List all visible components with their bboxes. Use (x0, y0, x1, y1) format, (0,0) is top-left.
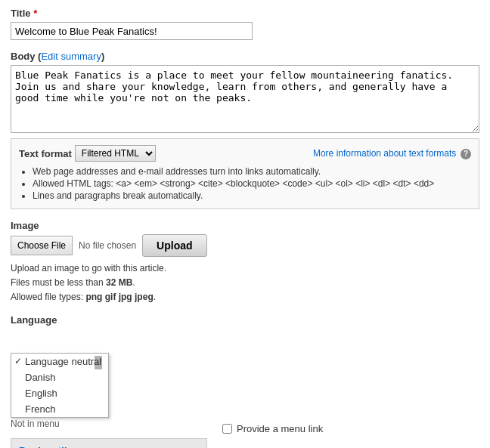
format-hints-list: Web page addresses and e-mail addresses … (19, 166, 471, 201)
image-upload-row: Choose File No file chosen Upload (11, 234, 479, 257)
body-label: Body (Edit summary) (11, 51, 479, 62)
more-info-link[interactable]: More information about text formats (313, 148, 456, 159)
choose-file-button[interactable]: Choose File (11, 236, 73, 255)
help-icon[interactable]: ? (461, 149, 471, 159)
image-help-line2: Files must be less than (11, 277, 106, 288)
cursor-indicator (95, 356, 102, 369)
language-option-neutral-label: Language neutral (25, 356, 101, 367)
format-hint-2: Allowed HTML tags: <a> <em> <strong> <ci… (33, 178, 471, 189)
text-format-label: Text format (19, 148, 72, 159)
body-label-text: Body (11, 51, 36, 62)
title-input[interactable] (11, 22, 253, 40)
title-label: Title * (11, 8, 479, 19)
language-option-french-label: French (25, 403, 55, 415)
image-help-text: Upload an image to go with this article.… (11, 261, 479, 305)
image-section: Image Choose File No file chosen Upload … (11, 220, 479, 305)
book-outline-header[interactable]: Book outline (11, 439, 206, 448)
language-option-french[interactable]: French (11, 401, 108, 417)
page-wrapper: Title * Body (Edit summary) Blue Peak Fa… (0, 0, 490, 448)
no-file-chosen-text: No file chosen (79, 240, 136, 251)
format-hint-1: Web page addresses and e-mail addresses … (33, 166, 471, 177)
text-format-box: Text format Filtered HTML More informati… (11, 138, 479, 209)
menu-link-checkbox[interactable] (222, 424, 232, 434)
title-label-text: Title (11, 8, 31, 19)
language-label: Language (11, 314, 479, 326)
more-info-wrap: More information about text formats ? (313, 147, 471, 159)
not-in-menu-text: Not in menu (11, 416, 207, 432)
format-hint-3: Lines and paragraphs break automatically… (33, 190, 471, 201)
body-section: Body (Edit summary) Blue Peak Fanatics i… (11, 51, 479, 209)
menu-link-label: Provide a menu link (237, 423, 323, 434)
image-types-bold: png gif jpg jpeg (85, 292, 153, 302)
title-section: Title * (11, 8, 479, 40)
text-format-header: Text format Filtered HTML More informati… (19, 145, 471, 162)
image-size-bold: 32 MB (106, 277, 132, 288)
right-panel: Provide a menu link (207, 416, 479, 448)
upload-button[interactable]: Upload (142, 234, 206, 257)
language-option-english[interactable]: English (11, 385, 108, 401)
language-option-danish[interactable]: Danish (11, 369, 108, 385)
image-help-line3: Allowed file types: (11, 292, 85, 302)
bottom-section: Not in menu Book outline Revision inform… (11, 416, 479, 448)
image-label: Image (11, 220, 479, 231)
language-option-english-label: English (25, 388, 57, 399)
language-dropdown[interactable]: Language neutral Danish English French (11, 353, 109, 418)
language-option-neutral[interactable]: Language neutral (11, 354, 108, 369)
text-format-select-wrap: Text format Filtered HTML (19, 145, 156, 162)
body-textarea[interactable]: Blue Peak Fanatics is a place to meet yo… (11, 65, 479, 133)
language-option-danish-label: Danish (25, 372, 55, 383)
image-types-end: . (154, 292, 156, 302)
title-required-indicator: * (33, 8, 37, 19)
edit-summary-link[interactable]: Edit summary (41, 51, 101, 62)
image-help-line1: Upload an image to go with this article. (11, 263, 166, 273)
left-panel: Not in menu Book outline Revision inform… (11, 416, 207, 448)
language-section: Language Language neutral Danish English… (11, 314, 479, 340)
book-outline-section: Book outline (11, 438, 207, 448)
menu-link-row: Provide a menu link (222, 423, 479, 434)
text-format-select[interactable]: Filtered HTML (75, 145, 156, 162)
